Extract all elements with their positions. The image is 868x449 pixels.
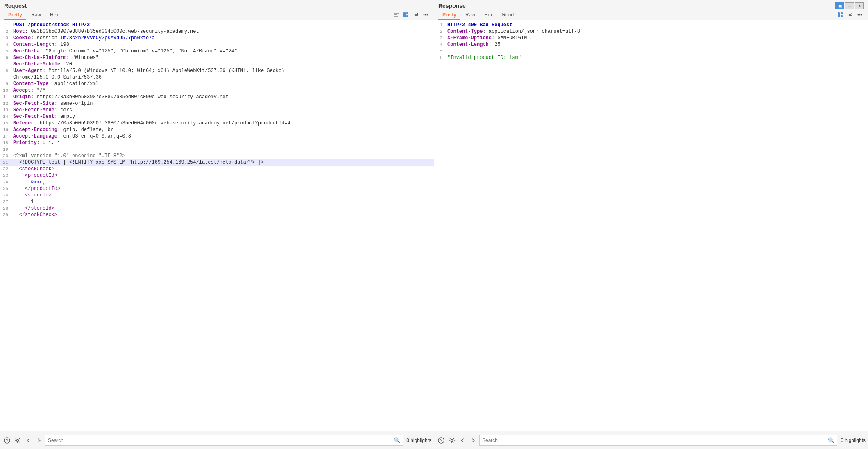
line-number: 18 xyxy=(0,140,11,146)
code-line: 1HTTP/2 400 Bad Request xyxy=(434,22,868,28)
code-token: Accept xyxy=(13,88,31,93)
line-content: POST /product/stock HTTP/2 xyxy=(11,22,90,28)
code-token: : https://0a3b00b503907e38807b35ed004c00… xyxy=(34,120,290,126)
request-inspector-icon[interactable] xyxy=(392,11,400,19)
request-content: 1POST /product/stock HTTP/22Host: 0a3b00… xyxy=(0,20,434,431)
request-settings-icon[interactable] xyxy=(13,436,22,445)
line-content: </productId> xyxy=(11,185,60,192)
layout-btn-3[interactable]: ✕ xyxy=(855,2,864,9)
code-token: : SAMEORIGIN xyxy=(492,35,527,41)
line-content: Referer: https://0a3b00b503907e38807b35e… xyxy=(11,120,290,126)
line-number: 9 xyxy=(0,81,11,87)
svg-point-9 xyxy=(427,14,428,16)
code-token: : */* xyxy=(31,88,45,93)
top-controls: ▣ ─ ✕ xyxy=(835,2,864,9)
layout-btn-2[interactable]: ─ xyxy=(845,2,854,9)
code-line: 14Sec-Fetch-Dest: empty xyxy=(0,113,434,120)
code-token: Content-Length xyxy=(447,42,489,47)
code-token: : 25 xyxy=(489,42,501,47)
code-line: 13Sec-Fetch-Mode: cors xyxy=(0,107,434,113)
code-line: Chrome/125.0.0.0 Safari/537.36 xyxy=(0,74,434,81)
code-token: : ?0 xyxy=(60,61,72,67)
tab-response-hex[interactable]: Hex xyxy=(480,11,497,20)
svg-text:?: ? xyxy=(440,438,443,443)
code-line: 23 <productId> xyxy=(0,172,434,179)
request-forward-icon[interactable] xyxy=(34,436,43,445)
response-settings-icon[interactable] xyxy=(447,436,456,445)
code-token: Sec-Ch-Ua-Platform xyxy=(13,55,66,61)
code-token: Host xyxy=(13,29,25,34)
line-content: User-Agent: Mozilla/5.0 (Windows NT 10.0… xyxy=(11,68,285,74)
request-pretty-icon[interactable] xyxy=(402,11,410,19)
request-wrap-icon[interactable]: ⏎ xyxy=(412,11,420,19)
response-forward-icon[interactable] xyxy=(469,436,478,445)
svg-point-21 xyxy=(451,439,453,441)
line-number: 22 xyxy=(0,166,11,172)
line-number: 26 xyxy=(0,192,11,199)
code-line: 21 <!DOCTYPE test [ <!ENTITY xxe SYSTEM … xyxy=(0,159,434,166)
line-content: Sec-Ch-Ua: "Google Chrome";v="125", "Chr… xyxy=(11,48,237,54)
response-menu-icon[interactable] xyxy=(856,11,864,19)
response-panel: Response Pretty Raw Hex Render xyxy=(434,0,868,431)
code-token: Im78cxn2KvvbCy2pKMxdJ57YphNxfe7a xyxy=(60,35,154,41)
code-line: 6Sec-Ch-Ua-Platform: "Windows" xyxy=(0,54,434,61)
code-token: POST /product/stock HTTP/2 xyxy=(13,22,90,28)
response-back-icon[interactable] xyxy=(458,436,467,445)
line-number: 4 xyxy=(0,41,11,48)
line-content: HTTP/2 400 Bad Request xyxy=(446,22,512,28)
response-pretty-icon[interactable] xyxy=(836,11,844,19)
line-number: 13 xyxy=(0,107,11,113)
tab-response-pretty[interactable]: Pretty xyxy=(438,11,460,20)
layout-btn-1[interactable]: ▣ xyxy=(835,2,844,9)
code-token: User-Agent xyxy=(13,68,43,74)
line-number: 2 xyxy=(0,28,11,35)
code-line: 16Accept-Encoding: gzip, deflate, br xyxy=(0,126,434,133)
tab-request-pretty[interactable]: Pretty xyxy=(4,11,26,20)
svg-rect-4 xyxy=(403,12,406,17)
request-search-input[interactable] xyxy=(48,438,392,443)
line-number: 6 xyxy=(0,54,11,61)
response-search-wrap: 🔍 xyxy=(479,435,837,446)
svg-rect-10 xyxy=(838,12,840,17)
request-menu-icon[interactable] xyxy=(422,11,430,19)
line-number: 5 xyxy=(434,48,446,54)
request-title: Request xyxy=(4,2,430,9)
code-line: 25 </productId> xyxy=(0,185,434,192)
code-token: Sec-Ch-Ua xyxy=(13,48,40,54)
tab-response-raw[interactable]: Raw xyxy=(461,11,479,20)
code-line: 5Sec-Ch-Ua: "Google Chrome";v="125", "Ch… xyxy=(0,48,434,54)
line-number: 12 xyxy=(0,100,11,107)
line-number: 10 xyxy=(0,87,11,94)
request-help-icon[interactable]: ? xyxy=(2,436,11,445)
line-content xyxy=(11,146,13,153)
response-search-input[interactable] xyxy=(482,438,826,443)
line-content: Sec-Ch-Ua-Platform: "Windows" xyxy=(11,54,99,61)
line-number: 15 xyxy=(0,120,11,126)
code-token: "Invalid product ID: iam" xyxy=(447,55,521,61)
request-back-icon[interactable] xyxy=(24,436,33,445)
code-line: 20<?xml version="1.0" encoding="UTF-8"?> xyxy=(0,153,434,159)
code-line: 18Priority: u=1, i xyxy=(0,140,434,146)
code-token: Accept-Language xyxy=(13,133,57,139)
tab-request-hex[interactable]: Hex xyxy=(46,11,63,20)
line-content: <productId> xyxy=(11,172,57,179)
code-token: Sec-Fetch-Mode xyxy=(13,107,54,113)
line-number: 16 xyxy=(0,126,11,133)
line-content: Chrome/125.0.0.0 Safari/537.36 xyxy=(11,74,102,81)
code-line: 17Accept-Language: en-US,en;q=0.9,ar;q=0… xyxy=(0,133,434,140)
tab-response-render[interactable]: Render xyxy=(498,11,522,20)
line-number: 2 xyxy=(434,28,446,35)
line-number: 20 xyxy=(0,153,11,159)
line-number: 23 xyxy=(0,172,11,179)
response-tab-icons: ⏎ xyxy=(836,11,864,20)
tab-request-raw[interactable]: Raw xyxy=(27,11,45,20)
code-line: 28 </storeId> xyxy=(0,205,434,212)
response-wrap-icon[interactable]: ⏎ xyxy=(846,11,854,19)
code-line: 11Origin: https://0a3b00b503907e38807b35… xyxy=(0,94,434,100)
code-token: Content-Length xyxy=(13,42,54,47)
code-token: : empty xyxy=(54,114,75,120)
line-content: Cookie: session=Im78cxn2KvvbCy2pKMxdJ57Y… xyxy=(11,35,155,41)
code-line: 27 1 xyxy=(0,199,434,205)
response-help-icon[interactable]: ? xyxy=(437,436,446,445)
code-token: &xxe; xyxy=(13,179,45,185)
